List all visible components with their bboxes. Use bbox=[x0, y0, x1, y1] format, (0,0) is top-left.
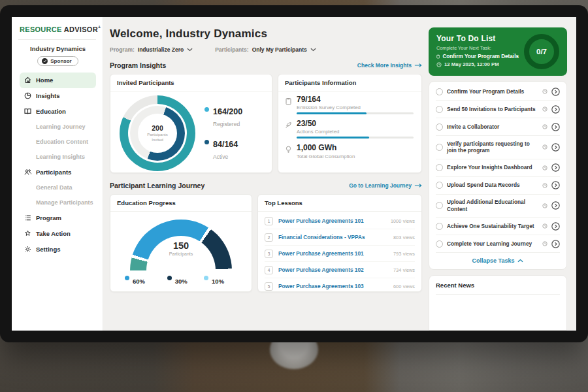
lesson-rank: 3 bbox=[265, 250, 273, 258]
section-title: Participant Learning Journey bbox=[110, 182, 204, 189]
legend-value: 60% bbox=[133, 278, 145, 285]
lesson-rank: 4 bbox=[265, 266, 273, 274]
task-chevron-button[interactable] bbox=[551, 123, 560, 131]
sponsor-icon bbox=[42, 58, 48, 64]
task-chevron-button[interactable] bbox=[551, 222, 560, 231]
book-icon bbox=[24, 108, 31, 115]
program-dropdown[interactable]: Program: Industrialize Zero bbox=[110, 46, 193, 53]
section-title: Program Insights bbox=[110, 61, 166, 69]
arrow-right-icon bbox=[414, 183, 422, 188]
legend-completed: 60% Completed bbox=[125, 274, 155, 292]
sidebar-item-home[interactable]: Home bbox=[20, 73, 96, 88]
legend-label: Registered bbox=[213, 121, 240, 127]
lesson-title-link[interactable]: Power Purchase Agreements 101 bbox=[278, 218, 385, 224]
lessons-list: 1 Power Purchase Agreements 101 1000 vie… bbox=[258, 212, 421, 292]
task-checkbox[interactable] bbox=[436, 88, 443, 95]
program-insights-header: Program Insights Check More Insights bbox=[110, 61, 422, 69]
check-more-insights-link[interactable]: Check More Insights bbox=[357, 62, 422, 69]
lesson-row: 3 Power Purchase Agreements 101 793 view… bbox=[265, 246, 415, 262]
task-checkbox[interactable] bbox=[436, 202, 443, 209]
learning-journey-header: Participant Learning Journey Go to Learn… bbox=[110, 182, 422, 189]
sidebar-item-general-data[interactable]: General Data bbox=[20, 180, 96, 195]
task-label: Confirm Your Program Details bbox=[447, 88, 538, 95]
task-checkbox[interactable] bbox=[436, 182, 443, 189]
views-suffix: views bbox=[403, 284, 415, 289]
sidebar-item-settings[interactable]: Settings bbox=[20, 242, 96, 257]
legend-dot bbox=[167, 276, 172, 280]
main-column: Welcome, Industry Dynamics Program: Indu… bbox=[110, 17, 422, 331]
task-checkbox[interactable] bbox=[436, 223, 443, 230]
card-title: Invited Participants bbox=[110, 74, 272, 91]
dashboard-screen: RESOURCE ADVISOR+ Industry Dynamics Spon… bbox=[12, 17, 576, 331]
stat-label: Actions Completed bbox=[297, 129, 414, 135]
task-row: Invite a Collaborator bbox=[436, 118, 560, 136]
todo-panel: Your To Do List Complete Your Next Task:… bbox=[429, 17, 567, 331]
lesson-title-link[interactable]: Financial Considerations - VPPAs bbox=[278, 234, 388, 240]
sponsor-label: Sponsor bbox=[50, 58, 71, 64]
task-chevron-button[interactable] bbox=[551, 105, 560, 114]
sidebar-item-label: Home bbox=[36, 76, 53, 84]
lesson-row: 4 Power Purchase Agreements 102 734 view… bbox=[265, 262, 415, 278]
lesson-title-link[interactable]: Power Purchase Agreements 101 bbox=[278, 250, 388, 257]
task-label: Upload Spend Data Records bbox=[447, 182, 538, 189]
lesson-title-link[interactable]: Power Purchase Agreements 103 bbox=[278, 283, 388, 289]
clock-icon bbox=[542, 144, 547, 150]
go-to-learning-journey-link[interactable]: Go to Learning Journey bbox=[349, 182, 422, 189]
todo-title: Your To Do List bbox=[436, 34, 519, 43]
lesson-rank: 5 bbox=[265, 282, 273, 291]
page-title: Welcome, Industry Dynamics bbox=[110, 27, 422, 41]
task-chevron-button[interactable] bbox=[551, 240, 560, 248]
clock-icon bbox=[542, 223, 547, 229]
collapse-tasks-link[interactable]: Collapse Tasks bbox=[436, 253, 560, 267]
sidebar-item-education[interactable]: Education bbox=[20, 104, 96, 120]
legend-label: Not Started bbox=[212, 291, 236, 292]
chevron-right-icon bbox=[551, 88, 560, 96]
task-chevron-button[interactable] bbox=[551, 88, 560, 96]
chevron-right-icon bbox=[551, 105, 560, 114]
divider bbox=[18, 39, 96, 40]
participants-dropdown[interactable]: Participants: Only My Participants bbox=[215, 46, 316, 53]
sidebar-item-learning-insights[interactable]: Learning Insights bbox=[20, 150, 96, 165]
task-row: Send 50 Invitations to Participants bbox=[436, 101, 560, 118]
task-chevron-button[interactable] bbox=[551, 181, 560, 189]
sidebar-item-insights[interactable]: Insights bbox=[20, 88, 96, 104]
clock-icon bbox=[542, 165, 547, 171]
stat-actions-completed: 23/50 Actions Completed bbox=[285, 120, 414, 139]
sidebar-item-take-action[interactable]: Take Action bbox=[20, 226, 96, 242]
legend-dot bbox=[125, 276, 129, 280]
sponsor-badge[interactable]: Sponsor bbox=[37, 56, 78, 66]
legend-dot bbox=[204, 276, 208, 280]
lesson-title-link[interactable]: Power Purchase Agreements 102 bbox=[278, 267, 388, 273]
chevron-right-icon bbox=[551, 181, 560, 189]
app-logo: RESOURCE ADVISOR+ bbox=[20, 25, 96, 33]
views-suffix: views bbox=[403, 218, 415, 224]
recent-news-title: Recent News bbox=[436, 282, 560, 295]
task-checkbox[interactable] bbox=[436, 123, 443, 131]
sidebar-item-label: Participants bbox=[36, 169, 71, 176]
task-row: Explore Your Insights Dashboard bbox=[436, 159, 560, 177]
sidebar-item-label: Education bbox=[36, 108, 66, 115]
clock-icon bbox=[542, 183, 547, 188]
task-checkbox[interactable] bbox=[436, 144, 443, 151]
task-checkbox[interactable] bbox=[436, 106, 443, 113]
chevron-right-icon bbox=[551, 201, 560, 210]
task-chevron-button[interactable] bbox=[551, 143, 560, 152]
clock-icon bbox=[542, 106, 547, 112]
task-chevron-button[interactable] bbox=[551, 163, 560, 172]
task-chevron-button[interactable] bbox=[551, 201, 560, 210]
task-checkbox[interactable] bbox=[436, 240, 443, 248]
task-label: Verify participants requesting to join t… bbox=[447, 140, 538, 155]
sidebar-item-manage-participants[interactable]: Manage Participants bbox=[20, 195, 96, 210]
legend-dot bbox=[204, 140, 209, 144]
chevron-right-icon bbox=[551, 222, 560, 231]
sidebar-item-program[interactable]: Program bbox=[20, 210, 96, 226]
legend-label: Completed bbox=[133, 291, 155, 292]
program-value: Industrialize Zero bbox=[138, 46, 184, 53]
task-checkbox[interactable] bbox=[436, 164, 443, 171]
todo-next-task: Confirm Your Program Details bbox=[442, 54, 519, 59]
task-label: Achieve One Sustainability Target bbox=[447, 223, 538, 230]
sidebar-item-participants[interactable]: Participants bbox=[20, 165, 96, 180]
org-name: Industry Dynamics bbox=[20, 45, 96, 52]
sidebar-item-education-content[interactable]: Education Content bbox=[20, 135, 96, 150]
sidebar-item-learning-journey[interactable]: Learning Journey bbox=[20, 120, 96, 135]
